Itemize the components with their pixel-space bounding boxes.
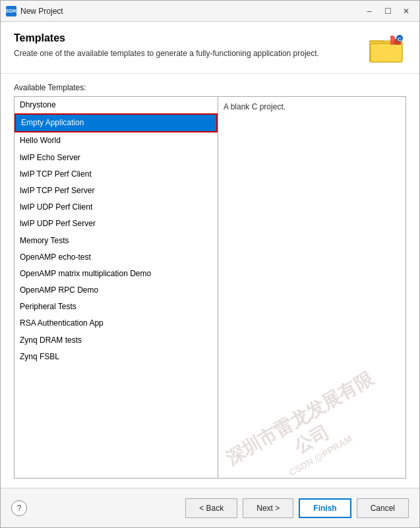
- minimize-button[interactable]: –: [361, 5, 377, 18]
- list-item-lwip-tcp-perf-client[interactable]: lwIP TCP Perf Client: [15, 166, 218, 183]
- header-text: Templates Create one of the available te…: [14, 32, 360, 59]
- list-item-rsa-auth-app[interactable]: RSA Authentication App: [15, 315, 218, 332]
- maximize-button[interactable]: ☐: [380, 5, 396, 18]
- list-item-dhrystone[interactable]: Dhrystone: [15, 97, 218, 113]
- template-description: A blank C project.: [224, 102, 285, 111]
- header-section: Templates Create one of the available te…: [1, 22, 419, 74]
- list-item-lwip-udp-perf-client[interactable]: lwIP UDP Perf Client: [15, 199, 218, 216]
- cancel-button[interactable]: Cancel: [357, 498, 409, 518]
- svg-text:C: C: [398, 36, 402, 42]
- help-button[interactable]: ?: [11, 500, 27, 516]
- description-panel: A blank C project. 深圳市雷龙发展有限公司 CSDN @PPR…: [218, 96, 406, 479]
- app-icon: SDK: [6, 6, 16, 16]
- window-controls: – ☐ ✕: [361, 5, 414, 18]
- templates-list[interactable]: DhrystoneEmpty ApplicationHello WorldlwI…: [14, 96, 218, 479]
- dialog: SDK New Project – ☐ ✕ Templates Create o…: [0, 0, 420, 528]
- footer: ? < Back Next > Finish Cancel: [1, 488, 419, 527]
- list-item-hello-world[interactable]: Hello World: [15, 132, 218, 149]
- next-button[interactable]: Next >: [243, 498, 293, 518]
- header-description: Create one of the available templates to…: [14, 48, 360, 59]
- dialog-title: New Project: [20, 7, 361, 16]
- list-item-lwip-udp-perf-server[interactable]: lwIP UDP Perf Server: [15, 216, 218, 232]
- panels-row: DhrystoneEmpty ApplicationHello WorldlwI…: [14, 96, 406, 479]
- list-item-memory-tests[interactable]: Memory Tests: [15, 233, 218, 249]
- svg-rect-2: [371, 44, 402, 62]
- list-item-zynq-fsbl[interactable]: Zynq FSBL: [15, 349, 218, 365]
- folder-icon-svg: C: [369, 34, 404, 63]
- list-item-openamp-echo-test[interactable]: OpenAMP echo-test: [15, 249, 218, 266]
- title-bar: SDK New Project – ☐ ✕: [1, 1, 419, 22]
- list-item-lwip-tcp-perf-server[interactable]: lwIP TCP Perf Server: [15, 183, 218, 199]
- content-area: Available Templates: DhrystoneEmpty Appl…: [1, 74, 419, 488]
- close-button[interactable]: ✕: [398, 5, 414, 18]
- header-title: Templates: [14, 32, 360, 44]
- svg-rect-3: [390, 36, 394, 45]
- list-item-openamp-matrix-mult[interactable]: OpenAMP matrix multiplication Demo: [15, 266, 218, 282]
- watermark: 深圳市雷龙发展有限公司 CSDN @PPRAM: [218, 364, 402, 479]
- finish-button[interactable]: Finish: [299, 498, 351, 518]
- list-item-empty-application[interactable]: Empty Application: [15, 113, 218, 132]
- list-item-openamp-rpc-demo[interactable]: OpenAMP RPC Demo: [15, 282, 218, 299]
- available-templates-label: Available Templates:: [14, 83, 406, 92]
- header-icon: C: [367, 32, 406, 65]
- back-button[interactable]: < Back: [185, 498, 237, 518]
- list-item-peripheral-tests[interactable]: Peripheral Tests: [15, 299, 218, 315]
- list-item-zynq-dram-tests[interactable]: Zynq DRAM tests: [15, 332, 218, 349]
- list-item-lwip-echo-server[interactable]: lwIP Echo Server: [15, 150, 218, 166]
